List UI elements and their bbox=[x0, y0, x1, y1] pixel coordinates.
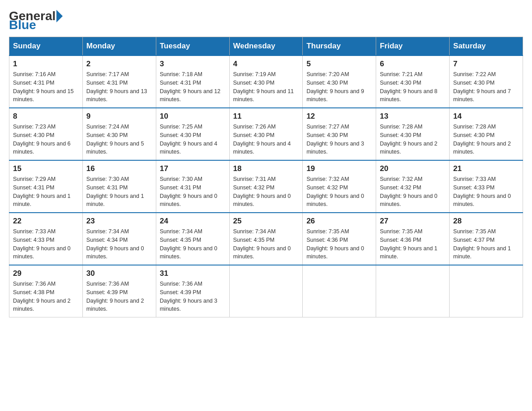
day-info: Sunrise: 7:34 AMSunset: 4:35 PMDaylight:… bbox=[233, 227, 299, 261]
day-number: 20 bbox=[380, 164, 446, 173]
calendar-cell: 12Sunrise: 7:27 AMSunset: 4:30 PMDayligh… bbox=[303, 108, 376, 160]
calendar-cell bbox=[450, 265, 523, 317]
calendar-cell: 16Sunrise: 7:30 AMSunset: 4:31 PMDayligh… bbox=[82, 160, 156, 213]
day-info: Sunrise: 7:20 AMSunset: 4:30 PMDaylight:… bbox=[306, 70, 372, 104]
day-info: Sunrise: 7:34 AMSunset: 4:35 PMDaylight:… bbox=[160, 227, 226, 261]
day-info: Sunrise: 7:30 AMSunset: 4:31 PMDaylight:… bbox=[160, 175, 226, 209]
calendar-week-row-2: 8Sunrise: 7:23 AMSunset: 4:30 PMDaylight… bbox=[9, 108, 523, 160]
day-info: Sunrise: 7:28 AMSunset: 4:30 PMDaylight:… bbox=[380, 123, 446, 156]
calendar-cell bbox=[229, 265, 303, 317]
day-info: Sunrise: 7:18 AMSunset: 4:31 PMDaylight:… bbox=[160, 70, 226, 104]
day-number: 27 bbox=[380, 217, 446, 226]
day-number: 4 bbox=[233, 60, 299, 68]
day-info: Sunrise: 7:35 AMSunset: 4:36 PMDaylight:… bbox=[380, 227, 446, 261]
day-number: 22 bbox=[13, 217, 79, 226]
day-info: Sunrise: 7:33 AMSunset: 4:33 PMDaylight:… bbox=[453, 175, 519, 209]
day-info: Sunrise: 7:21 AMSunset: 4:30 PMDaylight:… bbox=[380, 70, 446, 104]
calendar-cell: 30Sunrise: 7:36 AMSunset: 4:39 PMDayligh… bbox=[82, 265, 156, 317]
calendar-cell: 28Sunrise: 7:35 AMSunset: 4:37 PMDayligh… bbox=[450, 213, 523, 265]
day-number: 16 bbox=[86, 164, 152, 173]
day-info: Sunrise: 7:28 AMSunset: 4:30 PMDaylight:… bbox=[453, 123, 519, 156]
day-number: 6 bbox=[380, 60, 446, 68]
day-info: Sunrise: 7:25 AMSunset: 4:30 PMDaylight:… bbox=[160, 123, 226, 156]
day-info: Sunrise: 7:32 AMSunset: 4:32 PMDaylight:… bbox=[380, 175, 446, 209]
day-info: Sunrise: 7:35 AMSunset: 4:36 PMDaylight:… bbox=[306, 227, 372, 261]
day-info: Sunrise: 7:24 AMSunset: 4:30 PMDaylight:… bbox=[86, 123, 152, 156]
day-info: Sunrise: 7:23 AMSunset: 4:30 PMDaylight:… bbox=[13, 123, 79, 156]
day-number: 21 bbox=[453, 164, 519, 173]
logo-arrow-icon bbox=[56, 10, 63, 22]
day-number: 24 bbox=[160, 217, 226, 226]
day-number: 28 bbox=[453, 217, 519, 226]
calendar-week-row-3: 15Sunrise: 7:29 AMSunset: 4:31 PMDayligh… bbox=[9, 160, 523, 213]
day-number: 17 bbox=[160, 164, 226, 173]
calendar-cell: 26Sunrise: 7:35 AMSunset: 4:36 PMDayligh… bbox=[303, 213, 376, 265]
calendar-cell: 8Sunrise: 7:23 AMSunset: 4:30 PMDaylight… bbox=[9, 108, 83, 160]
day-info: Sunrise: 7:30 AMSunset: 4:31 PMDaylight:… bbox=[86, 175, 152, 209]
day-number: 26 bbox=[306, 217, 372, 226]
logo: General Blue bbox=[9, 9, 64, 32]
day-number: 30 bbox=[86, 269, 152, 278]
calendar-header-saturday: Saturday bbox=[450, 37, 523, 56]
day-number: 10 bbox=[160, 112, 226, 121]
calendar-cell: 11Sunrise: 7:26 AMSunset: 4:30 PMDayligh… bbox=[229, 108, 303, 160]
calendar-cell bbox=[303, 265, 376, 317]
day-number: 18 bbox=[233, 164, 299, 173]
calendar-cell: 3Sunrise: 7:18 AMSunset: 4:31 PMDaylight… bbox=[156, 56, 229, 108]
calendar-cell: 19Sunrise: 7:32 AMSunset: 4:32 PMDayligh… bbox=[303, 160, 376, 213]
logo-blue-text: Blue bbox=[9, 18, 36, 32]
day-info: Sunrise: 7:17 AMSunset: 4:31 PMDaylight:… bbox=[86, 70, 152, 104]
calendar-header-friday: Friday bbox=[376, 37, 450, 56]
calendar-cell: 20Sunrise: 7:32 AMSunset: 4:32 PMDayligh… bbox=[376, 160, 450, 213]
day-number: 11 bbox=[233, 112, 299, 121]
day-number: 7 bbox=[453, 60, 519, 68]
calendar-cell: 13Sunrise: 7:28 AMSunset: 4:30 PMDayligh… bbox=[376, 108, 450, 160]
day-info: Sunrise: 7:32 AMSunset: 4:32 PMDaylight:… bbox=[306, 175, 372, 209]
page-header: General Blue bbox=[9, 9, 523, 32]
calendar-cell: 7Sunrise: 7:22 AMSunset: 4:30 PMDaylight… bbox=[450, 56, 523, 108]
calendar-cell: 31Sunrise: 7:36 AMSunset: 4:39 PMDayligh… bbox=[156, 265, 229, 317]
day-info: Sunrise: 7:34 AMSunset: 4:34 PMDaylight:… bbox=[86, 227, 152, 261]
calendar-cell: 22Sunrise: 7:33 AMSunset: 4:33 PMDayligh… bbox=[9, 213, 83, 265]
calendar-week-row-5: 29Sunrise: 7:36 AMSunset: 4:38 PMDayligh… bbox=[9, 265, 523, 317]
day-number: 3 bbox=[160, 60, 226, 68]
calendar-cell: 29Sunrise: 7:36 AMSunset: 4:38 PMDayligh… bbox=[9, 265, 83, 317]
day-number: 8 bbox=[13, 112, 79, 121]
day-number: 31 bbox=[160, 269, 226, 278]
day-info: Sunrise: 7:36 AMSunset: 4:38 PMDaylight:… bbox=[13, 280, 79, 313]
calendar-header-tuesday: Tuesday bbox=[156, 37, 229, 56]
day-number: 15 bbox=[13, 164, 79, 173]
calendar-cell: 21Sunrise: 7:33 AMSunset: 4:33 PMDayligh… bbox=[450, 160, 523, 213]
calendar-header-thursday: Thursday bbox=[303, 37, 376, 56]
calendar-week-row-4: 22Sunrise: 7:33 AMSunset: 4:33 PMDayligh… bbox=[9, 213, 523, 265]
day-info: Sunrise: 7:22 AMSunset: 4:30 PMDaylight:… bbox=[453, 70, 519, 104]
day-info: Sunrise: 7:35 AMSunset: 4:37 PMDaylight:… bbox=[453, 227, 519, 261]
calendar-cell: 27Sunrise: 7:35 AMSunset: 4:36 PMDayligh… bbox=[376, 213, 450, 265]
calendar-header-monday: Monday bbox=[82, 37, 156, 56]
calendar-cell: 10Sunrise: 7:25 AMSunset: 4:30 PMDayligh… bbox=[156, 108, 229, 160]
calendar-cell: 9Sunrise: 7:24 AMSunset: 4:30 PMDaylight… bbox=[82, 108, 156, 160]
day-number: 12 bbox=[306, 112, 372, 121]
calendar-week-row-1: 1Sunrise: 7:16 AMSunset: 4:31 PMDaylight… bbox=[9, 56, 523, 108]
day-info: Sunrise: 7:36 AMSunset: 4:39 PMDaylight:… bbox=[160, 280, 226, 313]
calendar-cell: 6Sunrise: 7:21 AMSunset: 4:30 PMDaylight… bbox=[376, 56, 450, 108]
day-info: Sunrise: 7:27 AMSunset: 4:30 PMDaylight:… bbox=[306, 123, 372, 156]
day-info: Sunrise: 7:29 AMSunset: 4:31 PMDaylight:… bbox=[13, 175, 79, 209]
day-number: 9 bbox=[86, 112, 152, 121]
calendar-cell: 25Sunrise: 7:34 AMSunset: 4:35 PMDayligh… bbox=[229, 213, 303, 265]
calendar-cell: 5Sunrise: 7:20 AMSunset: 4:30 PMDaylight… bbox=[303, 56, 376, 108]
calendar-cell: 4Sunrise: 7:19 AMSunset: 4:30 PMDaylight… bbox=[229, 56, 303, 108]
day-info: Sunrise: 7:26 AMSunset: 4:30 PMDaylight:… bbox=[233, 123, 299, 156]
day-info: Sunrise: 7:31 AMSunset: 4:32 PMDaylight:… bbox=[233, 175, 299, 209]
day-info: Sunrise: 7:33 AMSunset: 4:33 PMDaylight:… bbox=[13, 227, 79, 261]
day-number: 25 bbox=[233, 217, 299, 226]
day-number: 23 bbox=[86, 217, 152, 226]
calendar-cell: 1Sunrise: 7:16 AMSunset: 4:31 PMDaylight… bbox=[9, 56, 83, 108]
day-info: Sunrise: 7:36 AMSunset: 4:39 PMDaylight:… bbox=[86, 280, 152, 313]
day-info: Sunrise: 7:16 AMSunset: 4:31 PMDaylight:… bbox=[13, 70, 79, 104]
day-number: 29 bbox=[13, 269, 79, 278]
calendar-cell: 14Sunrise: 7:28 AMSunset: 4:30 PMDayligh… bbox=[450, 108, 523, 160]
calendar-cell: 2Sunrise: 7:17 AMSunset: 4:31 PMDaylight… bbox=[82, 56, 156, 108]
day-number: 1 bbox=[13, 60, 79, 68]
day-number: 13 bbox=[380, 112, 446, 121]
